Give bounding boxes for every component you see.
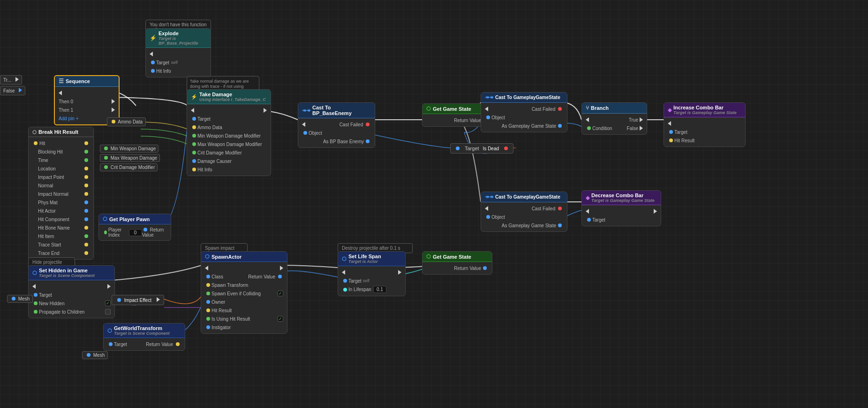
pin-target-in: Target self xyxy=(146,58,211,67)
node-break-hit-result[interactable]: ⬡ Break Hit Result Hit Blocking Hit Time… xyxy=(28,127,94,260)
node-set-life-span-header: ⬡ Set Life Span Target is Actor xyxy=(338,252,405,266)
node-min-weapon-damage: Min Weapon Damage xyxy=(100,145,159,153)
node-set-life-span-body: Target self In Lifespan xyxy=(338,266,405,296)
node-tr-pin: Tr... xyxy=(0,75,22,85)
node-get-world-transform-body: Target Return Value xyxy=(104,338,185,350)
node-spawn-actor-body: Class Return Value Spawn Transform Spawn… xyxy=(201,262,287,333)
pin-hitinfo-in: Hit Info xyxy=(146,67,211,75)
node-get-world-transform-header: ⬡ GetWorldTransform Target is Scene Comp… xyxy=(104,323,185,338)
node-spawn-actor-header: ⬡ SpawnActor xyxy=(201,252,287,262)
node-cast-gameplay-2-body: Cast Failed Object As Gameplay Game Stat… xyxy=(481,202,567,231)
node-explode[interactable]: ⚡ Explode Target is BP_Base_Projectile T… xyxy=(145,28,211,77)
node-get-game-state-2-header: ⬡ Get Game State xyxy=(423,252,492,262)
node-set-hidden-header: ⬡ Set Hidden in Game Target is Scene Com… xyxy=(29,266,114,280)
node-cast-gameplay-2-header: ↠↠ Cast To GameplayGameState xyxy=(481,192,567,202)
node-decrease-combo[interactable]: ◆ Decrease Combo Bar Target is Gameplay … xyxy=(581,190,661,226)
node-decrease-combo-body: Target xyxy=(582,205,661,226)
node-cast-bp-base-enemy[interactable]: ↠↠ Cast To BP_BaseEnemy Cast Failed Obje… xyxy=(298,102,375,148)
node-take-damage-body: Target Ammo Data Min Weapon Damage Modif… xyxy=(187,104,271,176)
lifespan-input[interactable] xyxy=(373,286,386,293)
node-cast-gameplay-1-header: ↠↠ Cast To GameplayGameState xyxy=(481,92,567,103)
blueprint-canvas[interactable]: You don't have this function yet! ⚡ Expl… xyxy=(0,0,868,408)
node-get-game-state-2-body: Return Value xyxy=(423,262,492,274)
node-get-game-state-2[interactable]: ⬡ Get Game State Return Value xyxy=(422,251,492,275)
node-ammo-data-reroute: Ammo Data xyxy=(107,117,146,126)
node-set-hidden[interactable]: ⬡ Set Hidden in Game Target is Scene Com… xyxy=(28,265,115,318)
node-take-damage-header: ⚡ Take Damage Using Interface I_TakeDama… xyxy=(187,90,271,104)
node-break-hit-body: Hit Blocking Hit Time Location Impact Po… xyxy=(29,137,93,259)
node-set-life-span[interactable]: ⬡ Set Life Span Target is Actor Target s… xyxy=(338,251,406,296)
pin-then0: Then 0 xyxy=(55,97,119,106)
node-increase-combo-header: ◆ Increase Combo Bar Target is Gameplay … xyxy=(664,103,745,117)
node-branch-header: ⑂ Branch xyxy=(582,103,647,114)
node-break-hit-header: ⬡ Break Hit Result xyxy=(29,127,93,137)
node-get-player-pawn-body: Player Index Return Value xyxy=(99,224,171,240)
node-branch-body: True Condition False xyxy=(582,114,647,134)
node-branch[interactable]: ⑂ Branch True Condition False xyxy=(581,102,647,135)
node-get-player-pawn[interactable]: ⬡ Get Player Pawn Player Index Return Va… xyxy=(98,214,171,241)
pin-then1: Then 1 xyxy=(55,106,119,114)
node-cast-gameplay-1-body: Cast Failed Object As Gameplay Game Stat… xyxy=(481,103,567,132)
node-spawn-actor[interactable]: ⬡ SpawnActor Class Return Value Spawn Tr… xyxy=(201,251,287,334)
node-impact-effect[interactable]: Impact Effect xyxy=(112,295,164,305)
node-cast-enemy-body: Cast Failed Object As BP Base Enemy xyxy=(298,118,375,147)
pin-seq-exec-in xyxy=(55,89,119,97)
node-sequence-header: ☰ Sequence xyxy=(55,76,119,87)
node-get-player-pawn-header: ⬡ Get Player Pawn xyxy=(99,214,171,224)
node-cast-enemy-header: ↠↠ Cast To BP_BaseEnemy xyxy=(298,103,375,118)
node-explode-header: ⚡ Explode Target is BP_Base_Projectile xyxy=(146,29,211,48)
player-index-input[interactable] xyxy=(129,229,142,236)
node-mesh-bottom: Mesh xyxy=(82,351,108,359)
node-increase-combo[interactable]: ◆ Increase Combo Bar Target is Gameplay … xyxy=(664,102,746,147)
node-decrease-combo-header: ◆ Decrease Combo Bar Target is Gameplay … xyxy=(582,191,661,205)
node-cast-gameplay-2[interactable]: ↠↠ Cast To GameplayGameState Cast Failed… xyxy=(481,192,567,232)
node-crit-damage: Crit Damage Modifier xyxy=(100,163,158,171)
node-set-hidden-body: Target New Hidden ✓ Propagate to Childre… xyxy=(29,280,114,318)
node-mesh-pin: Mesh xyxy=(7,295,33,303)
node-increase-combo-body: Target Hit Result xyxy=(664,117,745,146)
node-get-world-transform[interactable]: ⬡ GetWorldTransform Target is Scene Comp… xyxy=(103,323,185,351)
node-is-dead[interactable]: Target Is Dead xyxy=(450,143,513,154)
node-cast-gameplay-1[interactable]: ↠↠ Cast To GameplayGameState Cast Failed… xyxy=(481,92,567,132)
node-false-pin: False xyxy=(0,86,25,95)
node-take-damage[interactable]: ⚡ Take Damage Using Interface I_TakeDama… xyxy=(187,89,271,176)
node-max-weapon-damage: Max Weapon Damage xyxy=(100,154,160,162)
node-explode-body: Target self Hit Info xyxy=(146,48,211,77)
pin-exec-in xyxy=(146,50,211,58)
